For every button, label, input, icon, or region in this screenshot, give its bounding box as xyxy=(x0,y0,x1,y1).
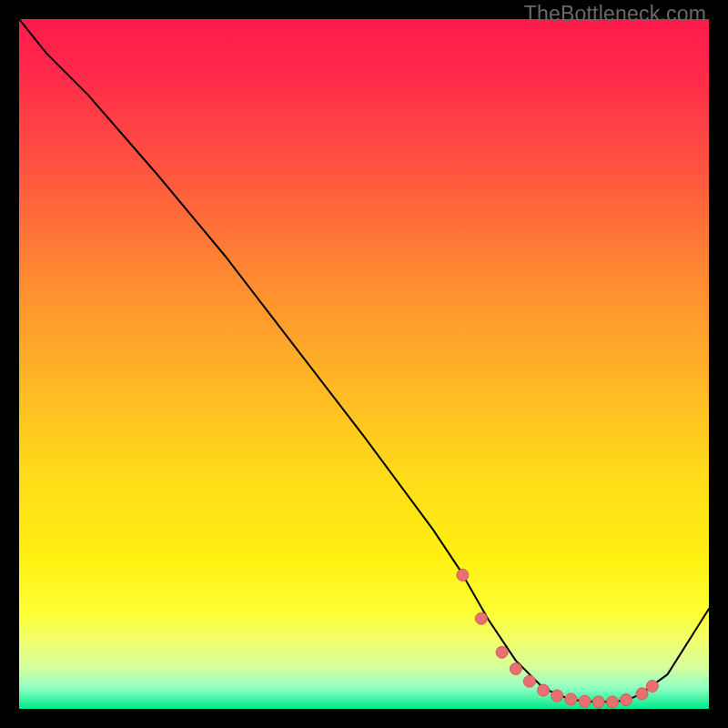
curve-marker xyxy=(457,569,469,581)
curve-markers xyxy=(457,569,658,708)
curve-marker xyxy=(496,646,508,658)
curve-marker xyxy=(523,675,535,687)
curve-marker xyxy=(475,612,487,624)
curve-marker xyxy=(565,693,577,705)
curve-marker xyxy=(538,684,550,696)
curve-marker xyxy=(579,695,591,707)
plot-area xyxy=(19,19,709,709)
curve-marker xyxy=(592,696,604,708)
chart-frame: TheBottleneck.com xyxy=(0,0,728,728)
curve-marker xyxy=(551,690,563,702)
curve-marker xyxy=(646,681,658,693)
watermark-text: TheBottleneck.com xyxy=(524,2,706,26)
curve-marker xyxy=(636,688,648,700)
curve-marker xyxy=(621,694,632,706)
curve-marker xyxy=(606,696,618,708)
marker-layer xyxy=(19,19,709,709)
curve-marker xyxy=(510,663,521,675)
